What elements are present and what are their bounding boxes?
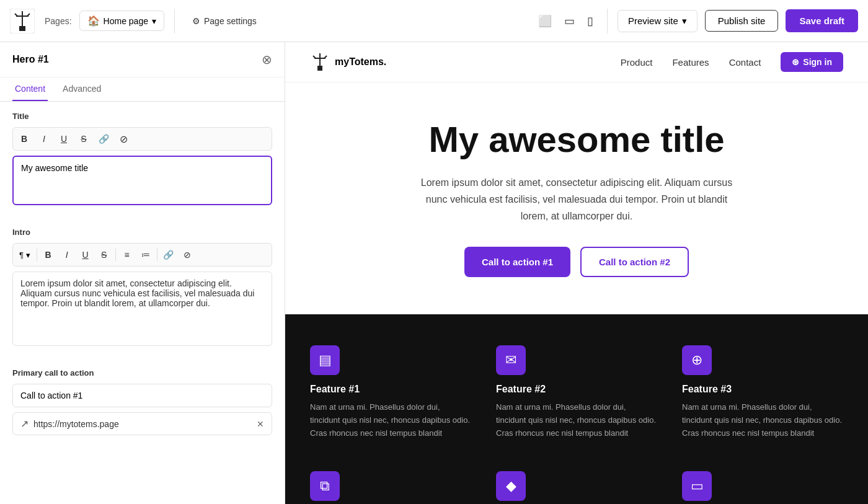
- topbar: Pages: 🏠 Home page ▾ ⚙ Page settings ⬜ ▭…: [0, 0, 868, 42]
- intro-underline-button[interactable]: U: [77, 246, 94, 263]
- nav-link-product[interactable]: Product: [621, 57, 653, 68]
- unlink-button[interactable]: ⊘: [115, 130, 132, 148]
- publish-site-button[interactable]: Publish site: [705, 10, 779, 32]
- left-panel: Hero #1 ⊗ Content Advanced Title B I U S…: [0, 42, 285, 504]
- feature-title-3: Feature #3: [682, 384, 843, 395]
- nav-link-features[interactable]: Features: [672, 57, 709, 68]
- hero-description: Lorem ipsum dolor sit amet, consectetur …: [415, 174, 738, 225]
- panel-header: Hero #1 ⊗: [0, 42, 285, 77]
- tablet-device-button[interactable]: ▭: [560, 11, 578, 32]
- cta-section: Primary call to action ↗ ✕: [0, 358, 285, 445]
- intro-strikethrough-button[interactable]: S: [95, 246, 113, 263]
- feature-item-1: ▤ Feature #1 Nam at urna mi. Phasellus d…: [310, 345, 471, 440]
- github-icon: ⊛: [792, 57, 799, 67]
- feature-desc-3: Nam at urna mi. Phasellus dolor dui, tin…: [682, 401, 843, 440]
- intro-textarea[interactable]: [12, 272, 272, 346]
- toolbar-divider: [37, 249, 37, 261]
- feature-icon-1: ▤: [310, 345, 340, 375]
- hero-buttons: Call to action #1 Call to action #2: [310, 247, 843, 277]
- feature-item-3: ⊕ Feature #3 Nam at urna mi. Phasellus d…: [682, 345, 843, 440]
- link-button[interactable]: 🔗: [95, 130, 112, 148]
- intro-bold-button[interactable]: B: [40, 246, 57, 263]
- panel-tabs: Content Advanced: [0, 77, 285, 102]
- external-link-icon: ↗: [20, 418, 29, 430]
- feature-desc-1: Nam at urna mi. Phasellus dolor dui, tin…: [310, 401, 471, 440]
- feature-title-2: Feature #2: [496, 384, 657, 395]
- page-settings-button[interactable]: ⚙ Page settings: [185, 12, 264, 30]
- feature-title-1: Feature #1: [310, 384, 471, 395]
- tab-content[interactable]: Content: [12, 77, 48, 101]
- panel-title: Hero #1: [12, 54, 49, 65]
- save-draft-button[interactable]: Save draft: [786, 9, 858, 32]
- title-section-label: Title: [12, 112, 272, 121]
- underline-button[interactable]: U: [55, 130, 73, 148]
- hero-title: My awesome title: [310, 120, 843, 159]
- paragraph-style-selector[interactable]: ¶ ▾: [16, 249, 34, 261]
- main-area: Hero #1 ⊗ Content Advanced Title B I U S…: [0, 42, 868, 504]
- url-input[interactable]: [33, 419, 252, 429]
- features-section: ▤ Feature #1 Nam at urna mi. Phasellus d…: [285, 314, 868, 471]
- feature-desc-2: Nam at urna mi. Phasellus dolor dui, tin…: [496, 401, 657, 440]
- feature-item-2: ✉ Feature #2 Nam at urna mi. Phasellus d…: [496, 345, 657, 440]
- gear-icon: ⚙: [192, 16, 200, 26]
- signin-button[interactable]: ⊛ Sign in: [781, 52, 843, 72]
- desktop-device-button[interactable]: ⬜: [534, 11, 556, 32]
- site-logo-text: myTotems.: [335, 56, 386, 68]
- hero-section: My awesome title Lorem ipsum dolor sit a…: [285, 82, 868, 314]
- intro-section: Intro ¶ ▾ B I U S ≡ ≔ 🔗 ⊘: [0, 218, 285, 358]
- site-nav: myTotems. Product Features Contact ⊛ Sig…: [285, 42, 868, 82]
- topbar-divider: [174, 9, 175, 33]
- toolbar-divider2: [115, 249, 116, 261]
- url-field: ↗ ✕: [12, 412, 272, 435]
- cta-primary-button[interactable]: Call to action #1: [464, 247, 570, 277]
- feature-icon-2: ✉: [496, 345, 526, 375]
- url-clear-button[interactable]: ✕: [257, 419, 264, 429]
- current-page-label: Home page: [104, 16, 148, 26]
- bold-button[interactable]: B: [16, 130, 33, 148]
- toolbar-divider3: [157, 249, 157, 261]
- pages-label: Pages:: [45, 16, 72, 26]
- feature-icon-3: ⊕: [682, 345, 712, 375]
- intro-format-toolbar: ¶ ▾ B I U S ≡ ≔ 🔗 ⊘: [12, 243, 272, 267]
- features-row2: ⧉ ◆ ▭: [285, 471, 868, 504]
- strikethrough-button[interactable]: S: [75, 130, 92, 148]
- topbar-divider2: [607, 9, 608, 33]
- intro-link-button[interactable]: 🔗: [160, 246, 177, 263]
- italic-button[interactable]: I: [35, 130, 53, 148]
- svg-rect-10: [317, 66, 322, 71]
- tab-advanced[interactable]: Advanced: [60, 77, 104, 101]
- feature-icon-row2-1: ⧉: [310, 471, 340, 501]
- title-input[interactable]: [12, 156, 272, 205]
- app-logo-icon: [10, 9, 35, 33]
- close-panel-button[interactable]: ⊗: [262, 52, 272, 67]
- chevron-down-icon: ▾: [682, 15, 687, 27]
- preview-site-button[interactable]: Preview site ▾: [618, 10, 698, 32]
- site-nav-links: Product Features Contact: [621, 57, 761, 68]
- intro-italic-button[interactable]: I: [58, 246, 76, 263]
- intro-unlink-button[interactable]: ⊘: [179, 246, 196, 263]
- svg-rect-5: [19, 26, 25, 31]
- cta-secondary-button[interactable]: Call to action #2: [580, 247, 689, 277]
- cta-section-label: Primary call to action: [12, 368, 272, 378]
- bullet-list-button[interactable]: ≡: [118, 246, 136, 263]
- title-format-toolbar: B I U S 🔗 ⊘: [12, 127, 272, 151]
- page-selector[interactable]: 🏠 Home page ▾: [79, 11, 164, 31]
- preview-area: myTotems. Product Features Contact ⊛ Sig…: [285, 42, 868, 504]
- nav-link-contact[interactable]: Contact: [729, 57, 761, 68]
- svg-line-8: [313, 56, 316, 58]
- device-controls: ⬜ ▭ ▯: [534, 11, 597, 32]
- feature-icon-row2-2: ◆: [496, 471, 526, 501]
- mobile-device-button[interactable]: ▯: [583, 11, 597, 32]
- intro-section-label: Intro: [12, 228, 272, 237]
- chevron-down-icon: ▾: [152, 16, 156, 26]
- svg-line-9: [324, 56, 327, 58]
- cta-text-input[interactable]: [12, 384, 272, 407]
- site-logo: myTotems.: [310, 52, 386, 72]
- feature-icon-row2-3: ▭: [682, 471, 712, 501]
- home-icon: 🏠: [87, 15, 100, 27]
- title-section: Title B I U S 🔗 ⊘: [0, 102, 285, 218]
- ordered-list-button[interactable]: ≔: [137, 246, 154, 263]
- site-logo-icon: [310, 52, 330, 72]
